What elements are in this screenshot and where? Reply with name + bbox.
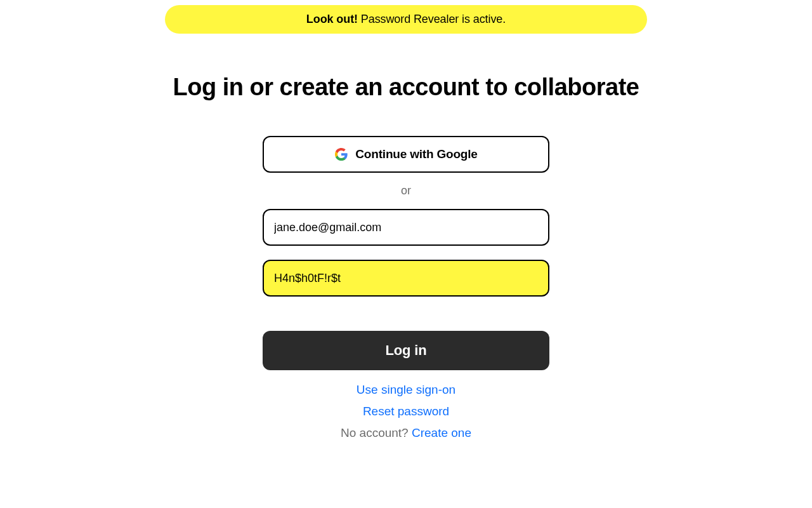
create-account-link[interactable]: Create one xyxy=(412,426,471,439)
page-title: Log in or create an account to collabora… xyxy=(173,72,639,103)
alert-text: Password Revealer is active. xyxy=(358,13,506,25)
alert-banner: Look out! Password Revealer is active. xyxy=(165,5,647,34)
login-button[interactable]: Log in xyxy=(263,331,549,370)
alert-strong: Look out! xyxy=(306,13,358,25)
password-input[interactable] xyxy=(263,260,549,297)
sso-link[interactable]: Use single sign-on xyxy=(357,383,455,396)
email-input[interactable] xyxy=(263,209,549,246)
google-button-label: Continue with Google xyxy=(355,147,477,161)
reset-password-link[interactable]: Reset password xyxy=(363,404,449,418)
no-account-text: No account? xyxy=(341,426,412,439)
continue-with-google-button[interactable]: Continue with Google xyxy=(263,136,549,173)
login-form: Continue with Google or Log in Use singl… xyxy=(263,136,549,448)
divider-or: or xyxy=(263,184,549,197)
google-icon xyxy=(334,147,348,161)
